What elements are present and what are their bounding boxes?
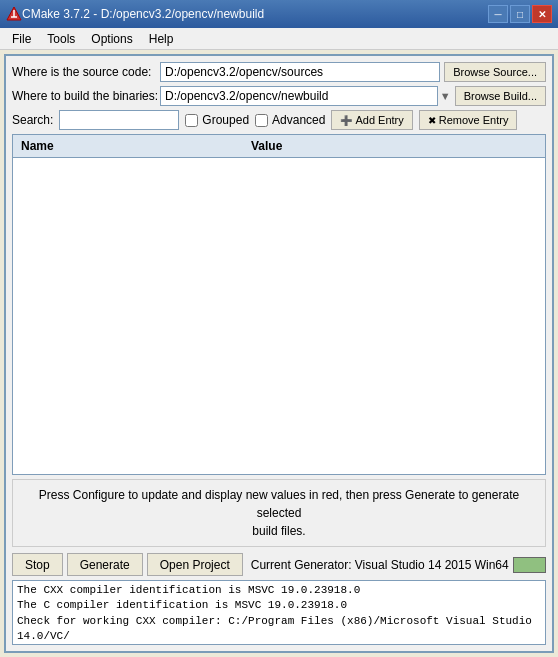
source-row: Where is the source code: Browse Source.…	[12, 62, 546, 82]
table-header: Name Value	[13, 135, 545, 158]
log-area: The CXX compiler identification is MSVC …	[12, 580, 546, 645]
generate-button[interactable]: Generate	[67, 553, 143, 576]
generator-progress-bar	[513, 557, 546, 573]
grouped-checkbox[interactable]	[185, 114, 198, 127]
log-line-1: The CXX compiler identification is MSVC …	[17, 583, 541, 598]
advanced-checkbox[interactable]	[255, 114, 268, 127]
browse-build-button[interactable]: Browse Build...	[455, 86, 546, 106]
col-value-header: Value	[247, 137, 541, 155]
build-input[interactable]	[160, 86, 438, 106]
add-entry-button[interactable]: ➕ Add Entry	[331, 110, 412, 130]
build-row: Where to build the binaries: ▼ Browse Bu…	[12, 86, 546, 106]
close-button[interactable]: ✕	[532, 5, 552, 23]
grouped-label: Grouped	[202, 113, 249, 127]
menu-options[interactable]: Options	[83, 30, 140, 48]
log-line-2: The C compiler identification is MSVC 19…	[17, 598, 541, 613]
open-project-button[interactable]: Open Project	[147, 553, 243, 576]
titlebar: CMake 3.7.2 - D:/opencv3.2/opencv/newbui…	[0, 0, 558, 28]
build-dropdown-icon[interactable]: ▼	[440, 90, 451, 102]
advanced-label: Advanced	[272, 113, 325, 127]
log-line-3: Check for working CXX compiler: C:/Progr…	[17, 614, 541, 645]
search-input[interactable]	[59, 110, 179, 130]
status-area: Press Configure to update and display ne…	[12, 479, 546, 547]
config-table: Name Value	[12, 134, 546, 475]
remove-icon: ✖	[428, 115, 436, 126]
browse-source-button[interactable]: Browse Source...	[444, 62, 546, 82]
menu-file[interactable]: File	[4, 30, 39, 48]
add-icon: ➕	[340, 115, 352, 126]
col-name-header: Name	[17, 137, 247, 155]
grouped-checkbox-group: Grouped	[185, 113, 249, 127]
build-label: Where to build the binaries:	[12, 89, 160, 103]
window-controls: ─ □ ✕	[488, 5, 552, 23]
stop-button[interactable]: Stop	[12, 553, 63, 576]
bottom-bar: Stop Generate Open Project Current Gener…	[12, 553, 546, 576]
status-line1: Press Configure to update and display ne…	[39, 488, 519, 520]
window-title: CMake 3.7.2 - D:/opencv3.2/opencv/newbui…	[22, 7, 488, 21]
menu-tools[interactable]: Tools	[39, 30, 83, 48]
minimize-button[interactable]: ─	[488, 5, 508, 23]
advanced-checkbox-group: Advanced	[255, 113, 325, 127]
maximize-button[interactable]: □	[510, 5, 530, 23]
generator-label: Current Generator: Visual Studio 14 2015…	[251, 558, 509, 572]
source-label: Where is the source code:	[12, 65, 160, 79]
menu-help[interactable]: Help	[141, 30, 182, 48]
cmake-icon	[6, 6, 22, 22]
status-line2: build files.	[252, 524, 305, 538]
remove-entry-button[interactable]: ✖ Remove Entry	[419, 110, 518, 130]
source-input[interactable]	[160, 62, 440, 82]
search-label: Search:	[12, 113, 53, 127]
main-panel: Where is the source code: Browse Source.…	[4, 54, 554, 653]
search-row: Search: Grouped Advanced ➕ Add Entry ✖ R…	[12, 110, 546, 130]
menubar: File Tools Options Help	[0, 28, 558, 50]
